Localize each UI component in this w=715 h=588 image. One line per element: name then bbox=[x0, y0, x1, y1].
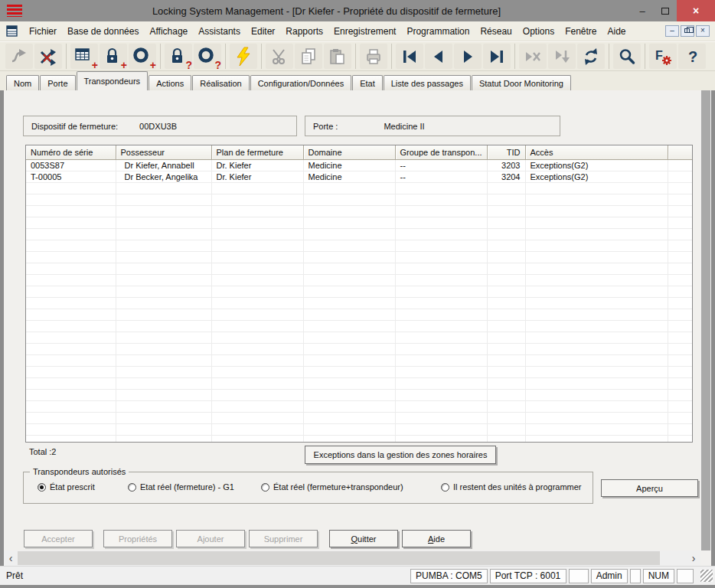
new-lock-icon[interactable]: + bbox=[100, 44, 127, 69]
table-row[interactable]: 0053S87 Dr Kiefer, Annabell Dr. Kiefer M… bbox=[26, 159, 692, 171]
add-button[interactable]: Ajouter bbox=[176, 530, 245, 547]
cell-serial: T-00005 bbox=[26, 171, 116, 182]
table-empty-row bbox=[26, 251, 692, 263]
accept-button[interactable]: Accepter bbox=[24, 530, 93, 547]
status-num-lock: NUM bbox=[643, 569, 674, 583]
tab-nom[interactable]: Nom bbox=[6, 75, 39, 90]
toolbar-separator bbox=[261, 44, 262, 69]
svg-text:F: F bbox=[655, 49, 663, 62]
transponder-state-radiogroup: Transpondeurs autorisés État prescrit Et… bbox=[23, 472, 593, 504]
system-menu-icon[interactable] bbox=[6, 25, 18, 38]
menu-editer[interactable]: Editer bbox=[246, 24, 280, 39]
help-icon[interactable]: ? bbox=[678, 44, 706, 69]
column-header-plan-de-fermeture[interactable]: Plan de fermeture bbox=[211, 145, 303, 159]
table-row[interactable]: T-00005 Dr Becker, Angelika Dr. Kiefer M… bbox=[26, 171, 692, 182]
menu-rapports[interactable]: Rapports bbox=[280, 24, 328, 39]
new-locking-plan-icon[interactable]: + bbox=[70, 44, 98, 69]
column-header-groupe-de-transpondeurs[interactable]: Groupe de transpon... bbox=[395, 145, 487, 159]
cell-tid: 3204 bbox=[487, 171, 525, 182]
scroll-left-arrow-icon[interactable]: ‹ bbox=[4, 550, 18, 566]
preview-button[interactable]: Aperçu bbox=[601, 479, 698, 497]
transponder-table[interactable]: Numéro de série Possesseur Plan de ferme… bbox=[25, 145, 693, 443]
delete-button[interactable]: Supprimer bbox=[249, 530, 318, 547]
menu-enregistrement[interactable]: Enregistrement bbox=[328, 24, 401, 39]
unassign-transponder-icon[interactable] bbox=[34, 44, 62, 69]
close-button[interactable]: × bbox=[677, 0, 715, 21]
menu-affichage[interactable]: Affichage bbox=[144, 24, 193, 39]
scroll-right-arrow-icon[interactable]: › bbox=[687, 550, 700, 566]
vertical-scrollbar-thumb[interactable] bbox=[701, 90, 710, 550]
menu-options[interactable]: Options bbox=[517, 24, 560, 39]
previous-record-icon[interactable] bbox=[425, 44, 452, 69]
properties-button[interactable]: Propriétés bbox=[103, 530, 172, 547]
table-empty-row bbox=[26, 297, 692, 309]
table-empty-row bbox=[26, 217, 692, 228]
window-frame-bottom bbox=[0, 585, 715, 588]
column-header-tid[interactable]: TID bbox=[487, 145, 525, 159]
menu-base-de-donnees[interactable]: Base de données bbox=[62, 24, 144, 39]
mdi-close-button[interactable]: × bbox=[696, 25, 710, 37]
column-header-numero-de-serie[interactable]: Numéro de série bbox=[26, 145, 116, 159]
menu-aide[interactable]: Aide bbox=[602, 24, 632, 39]
menu-programmation[interactable]: Programmation bbox=[401, 24, 475, 39]
last-record-icon[interactable] bbox=[483, 44, 511, 69]
tab-etat[interactable]: Etat bbox=[352, 75, 383, 90]
mdi-restore-button[interactable] bbox=[681, 25, 694, 37]
help-button[interactable]: Aide bbox=[402, 530, 471, 547]
tab-transpondeurs[interactable]: Transpondeurs bbox=[77, 71, 149, 90]
copy-icon[interactable] bbox=[295, 44, 322, 69]
column-header-empty[interactable] bbox=[668, 145, 692, 159]
vertical-scrollbar[interactable] bbox=[700, 90, 711, 550]
radio-unites-a-programmer[interactable]: Il restent des unités à programmer bbox=[441, 482, 582, 492]
jump-record-icon[interactable] bbox=[548, 44, 576, 69]
refresh-icon[interactable] bbox=[577, 44, 605, 69]
column-header-acces[interactable]: Accès bbox=[525, 145, 668, 159]
program-icon[interactable] bbox=[230, 44, 257, 69]
new-transponder-icon[interactable]: + bbox=[129, 44, 156, 69]
tab-porte[interactable]: Porte bbox=[40, 75, 75, 90]
menu-assistants[interactable]: Assistants bbox=[193, 24, 246, 39]
tab-statut-door-monitoring[interactable]: Statut Door Monitoring bbox=[472, 75, 571, 90]
column-header-possesseur[interactable]: Possesseur bbox=[116, 145, 211, 159]
read-transponder-icon[interactable]: ? bbox=[194, 44, 221, 69]
horizontal-scrollbar[interactable]: ‹ › bbox=[4, 550, 700, 566]
next-record-icon[interactable] bbox=[454, 44, 482, 69]
paste-icon[interactable] bbox=[324, 44, 351, 69]
tab-liste-des-passages[interactable]: Liste des passages bbox=[384, 75, 471, 90]
maximize-icon bbox=[661, 8, 669, 15]
first-record-icon[interactable] bbox=[396, 44, 423, 69]
mdi-minimize-button[interactable]: – bbox=[665, 25, 679, 37]
horizontal-scrollbar-thumb[interactable] bbox=[18, 551, 660, 565]
radio-etat-reel-fermeture-g1[interactable]: Etat réel (fermeture) - G1 bbox=[128, 482, 234, 492]
search-icon[interactable] bbox=[613, 44, 641, 69]
table-empty-row bbox=[26, 205, 692, 217]
status-ready-text: Prêt bbox=[6, 570, 410, 581]
quit-button[interactable]: Quitter bbox=[329, 530, 398, 547]
tab-configuration-donnees[interactable]: Configuration/Données bbox=[250, 75, 352, 90]
filter-settings-icon[interactable]: F bbox=[649, 44, 677, 69]
tab-realisation[interactable]: Réalisation bbox=[192, 75, 249, 90]
cut-icon[interactable] bbox=[266, 44, 293, 69]
plus-overlay-icon: + bbox=[121, 60, 127, 70]
exceptions-button[interactable]: Exceptions dans la gestion des zones hor… bbox=[305, 446, 496, 464]
table-empty-row bbox=[26, 309, 692, 320]
menu-fichier[interactable]: Fichier bbox=[24, 24, 62, 39]
menu-fenetre[interactable]: Fenêtre bbox=[560, 24, 602, 39]
cancel-navigation-icon[interactable] bbox=[519, 44, 547, 69]
menu-reseau[interactable]: Réseau bbox=[475, 24, 517, 39]
radio-label: Il restent des unités à programmer bbox=[453, 482, 582, 492]
app-logo-icon bbox=[7, 5, 22, 17]
tab-actions[interactable]: Actions bbox=[149, 75, 191, 90]
minimize-button[interactable]: – bbox=[631, 2, 654, 19]
radio-etat-reel-fermeture-transpondeur[interactable]: État réel (fermeture+transpondeur) bbox=[261, 482, 403, 492]
print-icon[interactable] bbox=[360, 44, 387, 69]
maximize-button[interactable] bbox=[654, 2, 677, 19]
read-lock-icon[interactable]: ? bbox=[165, 44, 192, 69]
radio-etat-prescrit[interactable]: État prescrit bbox=[38, 482, 95, 492]
resize-grip[interactable] bbox=[700, 570, 713, 582]
column-header-domaine[interactable]: Domaine bbox=[303, 145, 395, 159]
radio-icon bbox=[38, 483, 46, 492]
flow-arrow-icon[interactable] bbox=[5, 44, 33, 69]
toolbar-separator bbox=[391, 44, 392, 69]
horizontal-scrollbar-track[interactable] bbox=[18, 550, 687, 566]
